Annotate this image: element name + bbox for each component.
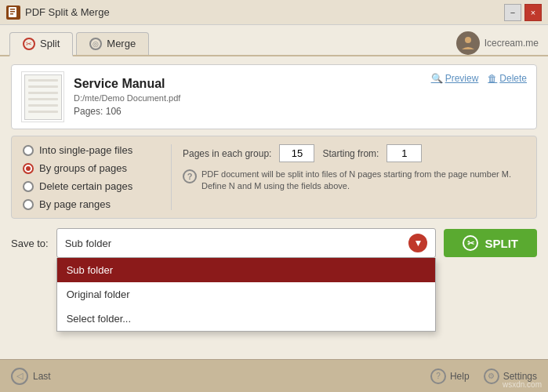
icecream-badge: Icecream.me [456,31,539,55]
dropdown-item-originalfolder[interactable]: Original folder [57,282,436,307]
radio-delete[interactable]: Delete certain pages [23,180,161,192]
help-action[interactable]: ? Help [430,368,470,384]
radio-label-groups: By groups of pages [39,162,127,174]
starting-from-label: Starting from: [322,148,379,159]
close-button[interactable]: × [524,4,542,21]
save-to-label: Save to: [11,238,49,249]
info-icon: ? [183,169,197,183]
thumb-line-3 [28,92,58,94]
radio-dot-groups [26,166,31,171]
split-button[interactable]: ✂ SPLIT [444,229,537,257]
radio-single-page[interactable]: Into single-page files [23,144,161,156]
thumb-line-1 [28,79,58,82]
avatar [456,31,480,55]
split-button-icon: ✂ [463,235,478,251]
thumb-line-5 [28,104,58,107]
radio-circle-groups [23,163,34,174]
tabs: ✂ Split ◎ Merge [9,32,149,55]
file-actions: 🔍 Preview 🗑 Delete [431,73,527,84]
radio-label-delete: Delete certain pages [39,180,132,192]
dropdown-current-value: Sub folder [65,238,111,249]
dropdown-menu: Sub folder Original folder Select folder… [56,258,437,332]
content-area: Service Manual D:/mte/Demo Document.pdf … [0,56,548,359]
description-text: PDF document will be split into files of… [201,169,525,193]
preview-icon: 🔍 [431,73,443,84]
radio-circle-ranges [23,199,34,210]
pages-in-group-input[interactable] [279,144,314,162]
save-row: Save to: Sub folder ▼ Sub folder Origina… [11,228,537,258]
title-bar-left: PDF Split & Merge [6,5,110,20]
radio-circle-single [23,145,34,156]
pages-in-group-label: Pages in each group: [183,148,271,159]
delete-label: Delete [499,73,527,84]
app-icon [6,5,20,20]
radio-ranges[interactable]: By page ranges [23,198,161,210]
thumb-line-6 [28,111,58,113]
split-tab-icon: ✂ [23,38,35,50]
minimize-button[interactable]: − [504,4,521,21]
svg-rect-2 [10,11,15,13]
radio-groups[interactable]: By groups of pages [23,162,161,174]
radio-circle-delete [23,181,34,192]
preview-label: Preview [445,73,479,84]
thumb-inner [24,74,62,120]
file-path: D:/mte/Demo Document.pdf [74,93,527,103]
split-tab-label: Split [40,38,60,49]
window-title: PDF Split & Merge [25,6,110,18]
pages-count: 106 [106,106,122,117]
delete-icon: 🗑 [488,73,497,84]
pages-label: Pages: [74,106,103,117]
main-window: ✂ Split ◎ Merge Icecream.me [0,25,548,392]
split-button-label: SPLIT [484,237,518,250]
thumb-line-4 [28,98,58,100]
help-label: Help [450,371,470,382]
preview-link[interactable]: 🔍 Preview [431,73,479,84]
bottom-left: ◁ Last [11,368,51,385]
svg-rect-3 [10,13,13,15]
help-icon: ? [430,368,446,384]
input-row: Pages in each group: Starting from: [183,144,525,162]
last-icon: ◁ [11,368,28,385]
dropdown-item-subfolder[interactable]: Sub folder [57,258,436,282]
thumb-line-2 [28,85,58,88]
options-left: Into single-page files By groups of page… [23,144,172,210]
svg-rect-1 [10,9,15,10]
merge-tab-icon: ◎ [89,38,102,50]
delete-link[interactable]: 🗑 Delete [488,73,527,84]
bottom-bar: ◁ Last ? Help ⚙ Settings [0,359,548,392]
settings-icon: ⚙ [484,368,499,384]
title-bar: PDF Split & Merge − × [0,0,548,25]
tab-bar: ✂ Split ◎ Merge Icecream.me [0,25,548,56]
file-pages: Pages: 106 [74,106,527,117]
options-right: Pages in each group: Starting from: ? PD… [172,144,525,210]
dropdown-trigger[interactable]: Sub folder ▼ [56,228,437,258]
radio-label-single: Into single-page files [39,144,132,156]
watermark: wsxdn.com [503,380,542,389]
description-box: ? PDF document will be split into files … [183,169,525,193]
tab-merge[interactable]: ◎ Merge [76,32,149,55]
dropdown-arrow-icon: ▼ [408,234,427,252]
file-thumbnail [21,71,64,122]
options-panel: Into single-page files By groups of page… [11,136,537,219]
radio-label-ranges: By page ranges [39,198,111,210]
file-card: Service Manual D:/mte/Demo Document.pdf … [11,64,537,129]
icecream-label: Icecream.me [484,38,539,49]
dropdown-item-selectfolder[interactable]: Select folder... [57,307,436,331]
window-controls: − × [504,4,542,21]
starting-from-input[interactable] [387,144,422,162]
svg-point-4 [465,37,471,43]
dropdown-container: Sub folder ▼ Sub folder Original folder … [56,228,437,258]
last-label: Last [33,371,51,382]
tab-split[interactable]: ✂ Split [9,32,73,56]
merge-tab-label: Merge [107,38,136,49]
